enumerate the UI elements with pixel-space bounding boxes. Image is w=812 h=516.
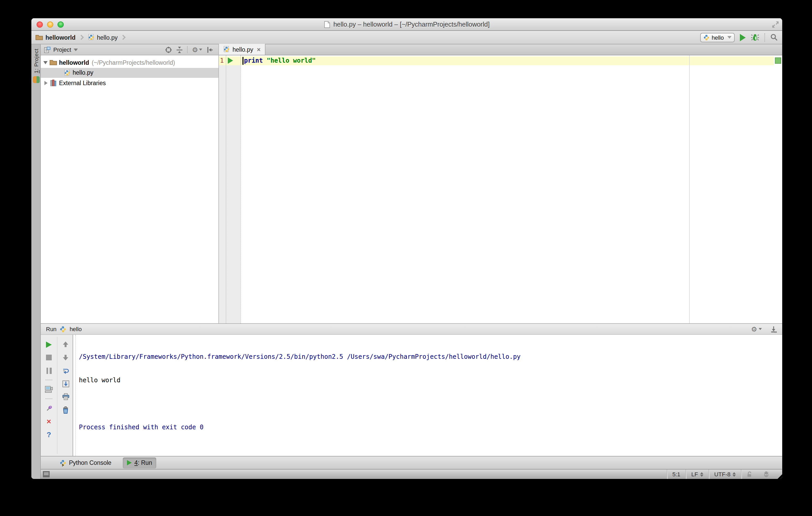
- error-stripe[interactable]: [774, 55, 782, 323]
- run-panel-header: Run hello ⚙: [41, 324, 782, 335]
- code-editor[interactable]: 1 print "hello world": [219, 55, 782, 323]
- search-everywhere-icon[interactable]: [770, 33, 778, 41]
- python-console-button[interactable]: Python Console: [55, 457, 115, 468]
- rerun-button[interactable]: [45, 338, 53, 351]
- readonly-lock-widget[interactable]: [742, 469, 758, 479]
- chevron-right-icon: [78, 35, 84, 40]
- run-settings-button[interactable]: ⚙: [751, 326, 762, 332]
- run-toolbar-primary: × ?: [45, 338, 53, 441]
- left-tool-stripe: 1: Project: [31, 44, 41, 479]
- debug-button[interactable]: [751, 33, 759, 41]
- python-icon: [703, 34, 709, 40]
- run-tool-window: Run hello ⚙: [41, 323, 782, 456]
- chevron-right-icon: [120, 35, 126, 40]
- editor-tab-bar: hello.py ×: [219, 44, 782, 55]
- pin-tab-icon[interactable]: [45, 402, 53, 415]
- text-caret: [242, 57, 243, 65]
- python-file-icon: [223, 46, 230, 53]
- toolbar-column-separator: [57, 337, 57, 454]
- run-console[interactable]: /System/Library/Frameworks/Python.framew…: [72, 335, 782, 456]
- tree-row-project-root[interactable]: helloworld (~/PycharmProjects/helloworld…: [41, 57, 219, 68]
- run-panel-content: × ?: [41, 335, 782, 456]
- run-line-marker-icon[interactable]: [228, 57, 233, 64]
- libraries-icon: [50, 80, 57, 86]
- tab-hello-py[interactable]: hello.py ×: [219, 44, 265, 55]
- project-panel: Project: [41, 44, 219, 323]
- caret-position-widget[interactable]: 5:1: [667, 469, 686, 479]
- run-button[interactable]: [740, 34, 746, 41]
- gear-icon: ⚙: [192, 46, 198, 53]
- project-panel-header: Project: [41, 44, 219, 55]
- navigation-bar: helloworld hello.py hello: [31, 31, 782, 44]
- collapse-all-icon[interactable]: [176, 46, 183, 53]
- inspection-status-indicator[interactable]: [775, 57, 781, 64]
- editor-area: hello.py × 1: [219, 44, 782, 323]
- breadcrumb-project[interactable]: helloworld: [46, 34, 76, 40]
- tool-window-bar: Python Console 4: Run: [41, 456, 782, 469]
- run-configuration-select[interactable]: hello: [700, 33, 735, 42]
- window-title: hello.py – helloworld – [~/PycharmProjec…: [334, 21, 490, 28]
- chevron-down-icon: [759, 328, 762, 330]
- tree-row-external-libraries[interactable]: External Libraries: [41, 78, 219, 88]
- header-separator: [187, 46, 188, 53]
- chevron-down-icon[interactable]: [74, 48, 78, 51]
- hector-inspections-widget[interactable]: [758, 469, 775, 479]
- project-tree: helloworld (~/PycharmProjects/helloworld…: [41, 55, 219, 323]
- minimize-window-button[interactable]: [47, 22, 53, 28]
- chevron-down-icon: [199, 49, 202, 51]
- title-bar[interactable]: hello.py – helloworld – [~/PycharmProjec…: [31, 18, 782, 31]
- hide-panel-icon[interactable]: [206, 46, 213, 53]
- restore-layout-icon[interactable]: [45, 383, 53, 396]
- console-gutter-line: [75, 335, 76, 456]
- down-stack-trace-icon[interactable]: [61, 351, 70, 364]
- tree-node-label: External Libraries: [59, 80, 106, 86]
- console-line: hello world: [79, 376, 777, 385]
- project-tool-button-label: 1: Project: [33, 49, 39, 73]
- python-file-icon: [64, 69, 70, 76]
- pause-button[interactable]: [45, 364, 53, 377]
- close-tab-icon[interactable]: ×: [257, 46, 260, 53]
- screen: hello.py – helloworld – [~/PycharmProjec…: [0, 0, 812, 516]
- keyword-token: print: [244, 57, 263, 64]
- toolbar-right-group: hello: [700, 33, 778, 42]
- project-view-selector[interactable]: Project: [53, 47, 71, 53]
- zoom-window-button[interactable]: [57, 22, 64, 28]
- locate-icon[interactable]: [165, 46, 172, 53]
- folder-icon: [50, 60, 57, 65]
- python-file-icon: [88, 34, 94, 41]
- up-stack-trace-icon[interactable]: [61, 338, 70, 351]
- window-title-group: hello.py – helloworld – [~/PycharmProjec…: [324, 21, 490, 28]
- soft-wrap-icon[interactable]: [61, 364, 70, 377]
- ide-body: 1: Project Project: [31, 44, 782, 479]
- editor-gutter: [219, 65, 240, 323]
- fullscreen-icon[interactable]: [772, 21, 779, 28]
- clear-all-icon[interactable]: [61, 403, 70, 416]
- project-view-icon: [44, 46, 51, 53]
- tree-row-hello-py[interactable]: hello.py: [41, 68, 219, 78]
- project-tool-icon: [33, 77, 39, 83]
- resize-grip[interactable]: [778, 474, 782, 479]
- breadcrumb: helloworld hello.py: [35, 34, 127, 41]
- scroll-end-icon[interactable]: [61, 377, 70, 390]
- gutter-separator: [226, 55, 226, 323]
- close-window-button[interactable]: [36, 22, 43, 28]
- print-icon[interactable]: [61, 390, 70, 403]
- panel-settings-button[interactable]: ⚙: [192, 46, 202, 53]
- updown-icon: [700, 472, 703, 477]
- expanded-arrow-icon[interactable]: [44, 61, 48, 64]
- close-panel-button[interactable]: ×: [45, 415, 53, 428]
- dock-panel-icon[interactable]: [770, 326, 777, 332]
- string-token: "hello world": [267, 57, 316, 64]
- line-separator-widget[interactable]: LF: [686, 469, 708, 479]
- breadcrumb-file[interactable]: hello.py: [97, 34, 118, 40]
- pycharm-window: hello.py – helloworld – [~/PycharmProjec…: [31, 18, 782, 479]
- help-button[interactable]: ?: [45, 428, 53, 441]
- run-tool-window-button[interactable]: 4: Run: [123, 457, 156, 468]
- stop-button[interactable]: [45, 351, 53, 364]
- collapsed-arrow-icon[interactable]: [45, 81, 48, 85]
- project-tool-button[interactable]: 1: Project: [31, 49, 41, 83]
- toggle-toolwindows-icon[interactable]: [43, 471, 50, 477]
- console-output: /System/Library/Frameworks/Python.framew…: [79, 337, 777, 447]
- tab-label: hello.py: [233, 46, 253, 53]
- encoding-widget[interactable]: UTF-8: [709, 469, 741, 479]
